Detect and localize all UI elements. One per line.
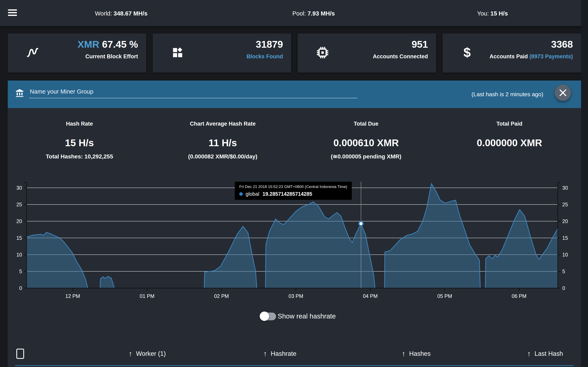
top-bar: World: 348.67 MH/s Pool: 7.93 MH/s You: … — [0, 0, 588, 26]
svg-text:12 PM: 12 PM — [65, 293, 80, 299]
svg-text:15: 15 — [16, 235, 22, 241]
svg-text:06 PM: 06 PM — [512, 293, 526, 299]
svg-text:25: 25 — [16, 202, 22, 207]
svg-text:10: 10 — [16, 252, 22, 258]
svg-text:20: 20 — [562, 218, 568, 224]
svg-text:01 PM: 01 PM — [140, 293, 154, 299]
svg-text:5: 5 — [562, 268, 565, 274]
pool-hashrate: Pool: 7.93 MH/s — [292, 10, 335, 17]
chart-tooltip: Fri Dec 21 2018 15:52:23 GMT+0800 (Centr… — [235, 182, 352, 200]
svg-text:30: 30 — [562, 185, 568, 191]
series-dot-icon — [239, 192, 243, 196]
tooltip-timestamp: Fri Dec 21 2018 15:52:23 GMT+0800 (Centr… — [239, 184, 347, 189]
world-hashrate: World: 348.67 MH/s — [95, 10, 147, 17]
scrollbar-track[interactable] — [581, 0, 588, 367]
svg-text:30: 30 — [16, 185, 22, 191]
svg-text:20: 20 — [16, 218, 22, 224]
svg-text:5: 5 — [19, 268, 22, 274]
svg-text:10: 10 — [562, 252, 568, 258]
svg-text:05 PM: 05 PM — [437, 293, 452, 299]
svg-text:15: 15 — [562, 235, 568, 241]
tooltip-series-name: global — [246, 191, 259, 197]
hamburger-menu-icon[interactable] — [8, 9, 17, 17]
your-hashrate: You: 15 H/s — [477, 10, 508, 17]
svg-text:0: 0 — [562, 285, 565, 291]
svg-text:02 PM: 02 PM — [214, 293, 229, 299]
svg-text:0: 0 — [19, 285, 22, 291]
svg-text:03 PM: 03 PM — [288, 293, 303, 299]
tooltip-value: 19.285714285714285 — [263, 191, 312, 197]
svg-text:25: 25 — [562, 202, 568, 207]
svg-text:04 PM: 04 PM — [363, 293, 378, 299]
